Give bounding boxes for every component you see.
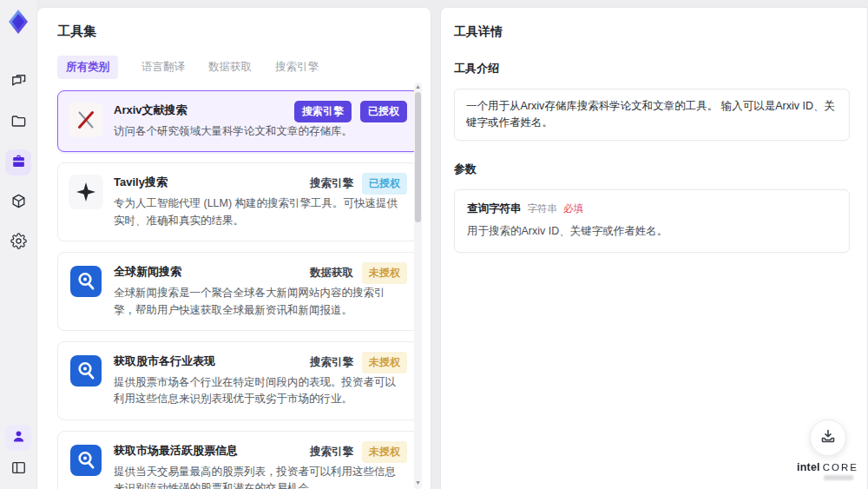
category-badge: 搜索引擎 — [310, 176, 353, 191]
category-tab-2[interactable]: 数据获取 — [208, 60, 252, 75]
tavily-icon — [69, 175, 103, 209]
category-tab-1[interactable]: 语言翻译 — [141, 60, 185, 75]
blue-search-icon — [69, 354, 103, 388]
category-tab-3[interactable]: 搜索引擎 — [275, 60, 319, 75]
download-button[interactable] — [810, 420, 846, 456]
auth-badge: 未授权 — [362, 352, 407, 373]
arxiv-icon — [69, 102, 103, 137]
category-badge: 搜索引擎 — [310, 355, 353, 370]
intro-heading: 工具介绍 — [454, 61, 850, 76]
sidebar-item-tools[interactable] — [5, 149, 31, 175]
tool-desc: 访问各个研究领域大量科学论文和文章的存储库。 — [114, 123, 406, 140]
folder-icon — [10, 113, 27, 133]
auth-badge: 已授权 — [360, 101, 407, 122]
sidebar-item-settings[interactable] — [5, 229, 31, 255]
sidebar-item-files[interactable] — [5, 109, 31, 135]
cube-icon — [10, 193, 27, 213]
param-type: 字符串 — [528, 202, 558, 215]
list-scrollbar[interactable]: ▲ ▼ — [414, 83, 422, 489]
auth-badge: 未授权 — [362, 441, 407, 463]
scrollbar-thumb[interactable] — [415, 92, 421, 222]
tool-desc: 提供当天交易量最高的股票列表，投资者可以利用这些信息来识别流动性强的股票和潜在的… — [114, 464, 406, 489]
tool-card[interactable]: 全球新闻搜索 全球新闻搜索是一个聚合全球各大新闻网站内容的搜索引擎，帮助用户快速… — [57, 252, 419, 331]
category-tab-0[interactable]: 所有类别 — [57, 56, 118, 79]
left-rail — [0, 0, 36, 489]
scroll-down-icon[interactable]: ▼ — [414, 479, 422, 486]
logo-shine — [824, 475, 853, 480]
blue-search-icon — [69, 264, 103, 299]
app-logo — [5, 9, 31, 35]
blue-search-icon — [69, 443, 103, 478]
intel-core-logo: intelCORE — [797, 461, 858, 473]
tool-card[interactable]: Tavily搜索 专为人工智能代理 (LLM) 构建的搜索引擎工具。可快速提供实… — [57, 162, 419, 241]
user-icon — [10, 428, 27, 448]
sidebar-item-collapse[interactable] — [5, 456, 31, 482]
download-icon — [819, 427, 837, 448]
auth-badge: 未授权 — [362, 262, 407, 284]
tool-card[interactable]: 获取市场最活跃股票信息 提供当天交易量最高的股票列表，投资者可以利用这些信息来识… — [57, 431, 419, 489]
category-tabs: 所有类别语言翻译数据获取搜索引擎 — [57, 56, 431, 78]
category-badge: 搜索引擎 — [294, 101, 352, 122]
detail-title: 工具详情 — [454, 24, 850, 40]
param-required-badge: 必填 — [563, 202, 583, 215]
param-card: 查询字符串 字符串 必填 用于搜索的Arxiv ID、关键字或作者姓名。 — [454, 189, 850, 253]
sidebar-item-account[interactable] — [5, 425, 31, 451]
param-desc: 用于搜索的Arxiv ID、关键字或作者姓名。 — [467, 224, 837, 239]
tool-desc: 提供股票市场各个行业在特定时间段内的表现。投资者可以利用这些信息来识别表现优于或… — [114, 374, 406, 408]
bottom-right-widgets: intelCORE — [797, 420, 858, 480]
tool-list-panel: 工具集 所有类别语言翻译数据获取搜索引擎 Arxiv文献搜索 访问各个研究领域大… — [36, 7, 431, 489]
page-title: 工具集 — [57, 23, 431, 40]
auth-badge: 已授权 — [362, 173, 407, 195]
chat-icon — [10, 73, 27, 93]
scroll-up-icon[interactable]: ▲ — [414, 83, 422, 90]
params-heading: 参数 — [454, 162, 850, 177]
gear-icon — [10, 233, 27, 253]
category-badge: 数据获取 — [310, 266, 353, 281]
intro-text: 一个用于从Arxiv存储库搜索科学论文和文章的工具。 输入可以是Arxiv ID… — [454, 89, 850, 141]
sidebar-item-chat[interactable] — [5, 69, 31, 96]
param-name: 查询字符串 — [467, 202, 522, 216]
tool-card[interactable]: Arxiv文献搜索 访问各个研究领域大量科学论文和文章的存储库。 搜索引擎 已授… — [57, 90, 419, 152]
category-badge: 搜索引擎 — [310, 445, 353, 459]
tool-card[interactable]: 获取股市各行业表现 提供股票市场各个行业在特定时间段内的表现。投资者可以利用这些… — [57, 341, 419, 420]
tool-desc: 专为人工智能代理 (LLM) 构建的搜索引擎工具。可快速提供实时、准确和真实的结… — [114, 195, 406, 229]
tool-list: Arxiv文献搜索 访问各个研究领域大量科学论文和文章的存储库。 搜索引擎 已授… — [57, 90, 419, 489]
tool-desc: 全球新闻搜索是一个聚合全球各大新闻网站内容的搜索引擎，帮助用户快速获取全球最新资… — [114, 285, 406, 319]
tool-detail-panel: 工具详情 工具介绍 一个用于从Arxiv存储库搜索科学论文和文章的工具。 输入可… — [440, 7, 868, 489]
panel-layout-icon — [10, 459, 27, 479]
sidebar-item-models[interactable] — [5, 189, 31, 215]
toolbox-icon — [10, 153, 27, 173]
